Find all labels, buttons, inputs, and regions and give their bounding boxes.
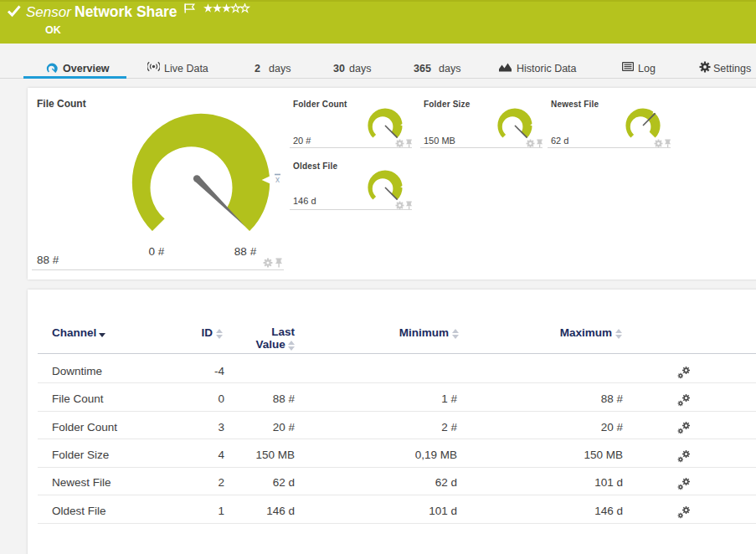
svg-text:x: x: [275, 175, 280, 184]
